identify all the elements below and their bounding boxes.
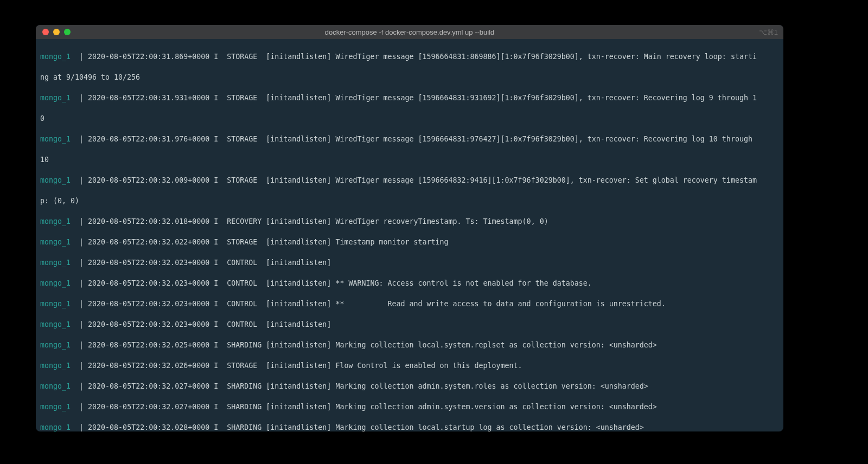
log-line: mongo_1 | 2020-08-05T22:00:32.018+0000 I… — [40, 216, 779, 227]
separator: | — [71, 176, 88, 184]
separator: | — [71, 279, 88, 287]
log-text: 2020-08-05T22:00:32.023+0000 I CONTROL [… — [88, 279, 592, 287]
titlebar: docker-compose -f docker-compose.dev.yml… — [36, 25, 783, 39]
log-text: p: (0, 0) — [40, 197, 79, 205]
log-text: 2020-08-05T22:00:32.026+0000 I STORAGE [… — [88, 362, 522, 370]
log-line: mongo_1 | 2020-08-05T22:00:32.009+0000 I… — [40, 175, 779, 185]
log-line: mongo_1 | 2020-08-05T22:00:32.026+0000 I… — [40, 360, 779, 371]
service-label: mongo_1 — [40, 279, 71, 287]
service-label: mongo_1 — [40, 320, 71, 328]
service-label: mongo_1 — [40, 341, 71, 349]
log-line: mongo_1 | 2020-08-05T22:00:32.023+0000 I… — [40, 299, 779, 309]
log-line: mongo_1 | 2020-08-05T22:00:32.027+0000 I… — [40, 381, 779, 391]
log-line: mongo_1 | 2020-08-05T22:00:31.931+0000 I… — [40, 93, 779, 103]
terminal-window: docker-compose -f docker-compose.dev.yml… — [36, 25, 783, 431]
service-label: mongo_1 — [40, 238, 71, 246]
separator: | — [71, 320, 88, 328]
log-text: 2020-08-05T22:00:32.027+0000 I SHARDING … — [88, 403, 657, 411]
log-line: mongo_1 | 2020-08-05T22:00:31.976+0000 I… — [40, 134, 779, 144]
log-line: p: (0, 0) — [40, 196, 779, 206]
service-label: mongo_1 — [40, 135, 71, 143]
log-line: 0 — [40, 113, 779, 124]
log-line: mongo_1 | 2020-08-05T22:00:31.869+0000 I… — [40, 51, 779, 62]
log-text: 2020-08-05T22:00:32.022+0000 I STORAGE [… — [88, 238, 448, 246]
log-line: mongo_1 | 2020-08-05T22:00:32.028+0000 I… — [40, 422, 779, 431]
log-line: mongo_1 | 2020-08-05T22:00:32.027+0000 I… — [40, 402, 779, 412]
separator: | — [71, 238, 88, 246]
separator: | — [71, 53, 88, 61]
close-icon[interactable] — [42, 29, 49, 35]
service-label: mongo_1 — [40, 300, 71, 308]
service-label: mongo_1 — [40, 403, 71, 411]
minimize-icon[interactable] — [53, 29, 60, 35]
zoom-icon[interactable] — [64, 29, 71, 35]
service-label: mongo_1 — [40, 423, 71, 431]
separator: | — [71, 300, 88, 308]
separator: | — [71, 423, 88, 431]
log-text: 0 — [40, 114, 44, 123]
log-line: mongo_1 | 2020-08-05T22:00:32.023+0000 I… — [40, 257, 779, 268]
separator: | — [71, 217, 88, 225]
log-text: 2020-08-05T22:00:32.027+0000 I SHARDING … — [88, 382, 648, 390]
separator: | — [71, 382, 88, 390]
log-text: 10 — [40, 156, 49, 164]
service-label: mongo_1 — [40, 176, 71, 184]
service-label: mongo_1 — [40, 382, 71, 390]
log-text: 2020-08-05T22:00:32.023+0000 I CONTROL [… — [88, 259, 331, 267]
log-text: 2020-08-05T22:00:31.931+0000 I STORAGE [… — [88, 94, 757, 102]
traffic-lights — [36, 29, 71, 35]
log-line: mongo_1 | 2020-08-05T22:00:32.023+0000 I… — [40, 319, 779, 330]
window-title: docker-compose -f docker-compose.dev.yml… — [36, 28, 783, 36]
log-line: mongo_1 | 2020-08-05T22:00:32.023+0000 I… — [40, 278, 779, 288]
log-line: mongo_1 | 2020-08-05T22:00:32.025+0000 I… — [40, 340, 779, 350]
service-label: mongo_1 — [40, 217, 71, 225]
separator: | — [71, 94, 88, 102]
log-line: 10 — [40, 154, 779, 165]
log-text: 2020-08-05T22:00:32.028+0000 I SHARDING … — [88, 423, 644, 431]
separator: | — [71, 403, 88, 411]
service-label: mongo_1 — [40, 94, 71, 102]
log-text: ng at 9/10496 to 10/256 — [40, 73, 140, 81]
log-text: 2020-08-05T22:00:32.023+0000 I CONTROL [… — [88, 300, 666, 308]
separator: | — [71, 135, 88, 143]
log-text: 2020-08-05T22:00:31.869+0000 I STORAGE [… — [88, 53, 757, 61]
log-line: ng at 9/10496 to 10/256 — [40, 72, 779, 82]
service-label: mongo_1 — [40, 362, 71, 370]
log-line: mongo_1 | 2020-08-05T22:00:32.022+0000 I… — [40, 237, 779, 247]
log-text: 2020-08-05T22:00:32.025+0000 I SHARDING … — [88, 341, 657, 349]
log-text: 2020-08-05T22:00:32.009+0000 I STORAGE [… — [88, 176, 757, 184]
log-text: 2020-08-05T22:00:31.976+0000 I STORAGE [… — [88, 135, 757, 143]
window-shortcut: ⌥⌘1 — [759, 28, 778, 36]
separator: | — [71, 362, 88, 370]
service-label: mongo_1 — [40, 259, 71, 267]
log-text: 2020-08-05T22:00:32.018+0000 I RECOVERY … — [88, 217, 548, 225]
separator: | — [71, 341, 88, 349]
separator: | — [71, 259, 88, 267]
log-text: 2020-08-05T22:00:32.023+0000 I CONTROL [… — [88, 320, 331, 328]
terminal-output[interactable]: mongo_1 | 2020-08-05T22:00:31.869+0000 I… — [36, 39, 783, 431]
service-label: mongo_1 — [40, 53, 71, 61]
